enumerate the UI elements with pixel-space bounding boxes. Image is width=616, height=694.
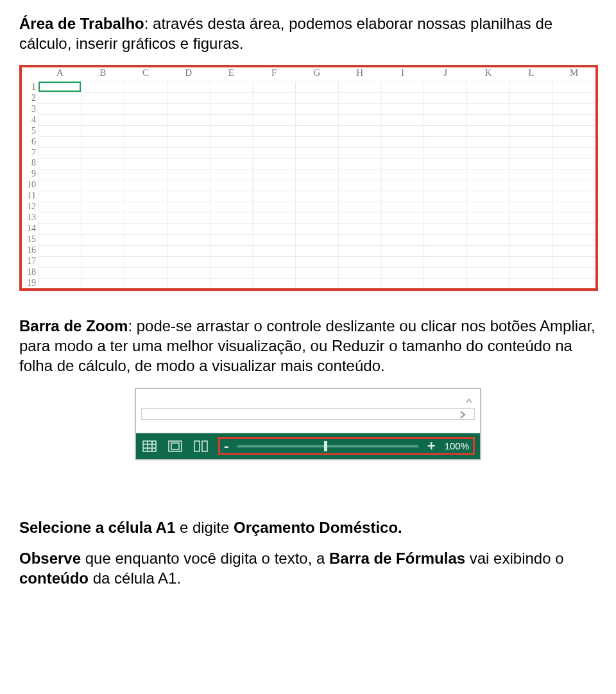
paragraph-observe: Observe que enquanto você digita o texto…	[19, 549, 597, 588]
row-header: 5	[22, 126, 36, 136]
corner-spacer	[22, 67, 38, 82]
col-header: E	[210, 67, 253, 82]
column-headers-row: A B C D E F G H I J K L M	[22, 67, 595, 82]
paragraph-barra-zoom: Barra de Zoom: pode-se arrastar o contro…	[19, 317, 597, 376]
spreadsheet-frame: A B C D E F G H I J K L M 1 2 3 4	[19, 65, 598, 291]
cells-grid	[38, 82, 595, 288]
observe-tail: da célula A1.	[89, 569, 181, 587]
row-headers-col: 1 2 3 4 5 6 7 8 9 10 11 12 13 14 15 16 1	[22, 82, 38, 288]
row-header: 9	[22, 169, 36, 179]
observe-word: Observe	[19, 550, 81, 567]
selecione-mid: e digite	[175, 519, 234, 536]
row-header: 19	[22, 278, 36, 288]
area-trabalho-title: Área de Trabalho	[19, 15, 144, 32]
selecione-pre: Selecione a célula	[19, 519, 156, 536]
barra-zoom-title: Barra de Zoom	[19, 317, 128, 334]
zoom-percent-label: 100%	[445, 440, 469, 451]
observe-mid2: vai exibindo o	[465, 550, 563, 567]
paragraph-area-trabalho: Área de Trabalho: através desta área, po…	[19, 14, 597, 53]
observe-mid1: que enquanto você digita o texto, a	[81, 550, 329, 567]
observe-barra: Barra de Fórmulas	[329, 550, 465, 567]
observe-conteudo: conteúdo	[19, 569, 89, 587]
row-header: 2	[22, 93, 36, 103]
col-header: J	[424, 67, 467, 82]
svg-rect-8	[202, 441, 207, 451]
barra-zoom-sep: :	[128, 317, 136, 334]
normal-view-icon	[141, 439, 158, 453]
zoom-in-button[interactable]: +	[427, 439, 436, 453]
row-header: 15	[22, 234, 36, 245]
zoombar-upper	[136, 389, 480, 433]
col-header: G	[296, 67, 339, 82]
scroll-right-icon	[459, 410, 466, 421]
row-header: 10	[22, 180, 36, 190]
col-header: K	[467, 67, 510, 82]
row-header: 17	[22, 256, 36, 266]
col-header: D	[167, 67, 210, 82]
zoom-out-button[interactable]: -	[224, 439, 228, 453]
row-header: 12	[22, 202, 36, 212]
page-break-view-icon	[193, 439, 209, 453]
svg-rect-7	[194, 441, 200, 451]
row-header: 14	[22, 223, 36, 234]
zoombar-screenshot: - + 100%	[135, 388, 481, 460]
col-header: I	[381, 67, 424, 82]
area-trabalho-sep: :	[144, 15, 153, 32]
row-header: 7	[22, 148, 36, 158]
row-header: 13	[22, 213, 36, 223]
col-header: H	[338, 67, 381, 82]
svg-rect-6	[171, 443, 179, 449]
col-header: C	[124, 67, 167, 82]
row-header: 18	[22, 267, 36, 277]
page-layout-view-icon	[167, 439, 184, 453]
selecione-orcamento: Orçamento Doméstico.	[234, 519, 402, 536]
row-header: 4	[22, 115, 36, 125]
row-header: 1	[22, 82, 36, 92]
spreadsheet-screenshot: A B C D E F G H I J K L M 1 2 3 4	[19, 65, 597, 291]
horizontal-scrollbar	[141, 408, 475, 420]
selecione-a1: A1	[156, 519, 176, 536]
paragraph-selecione: Selecione a célula A1 e digite Orçamento…	[19, 518, 597, 538]
row-header: 11	[22, 191, 36, 201]
svg-rect-0	[143, 441, 156, 451]
zoom-control: - + 100%	[218, 437, 475, 455]
row-header: 6	[22, 137, 36, 147]
scroll-up-icon	[466, 395, 472, 402]
selected-cell-a1	[38, 82, 81, 92]
col-header: F	[253, 67, 296, 82]
zoom-slider[interactable]	[237, 445, 418, 447]
grid-body: 1 2 3 4 5 6 7 8 9 10 11 12 13 14 15 16 1	[22, 82, 595, 288]
col-header: B	[81, 67, 124, 82]
status-bar: - + 100%	[136, 433, 480, 459]
row-header: 8	[22, 158, 36, 168]
row-header: 3	[22, 104, 36, 114]
row-header: 16	[22, 245, 36, 256]
col-header: A	[38, 67, 81, 82]
col-header: L	[509, 67, 552, 82]
col-header: M	[552, 67, 595, 82]
